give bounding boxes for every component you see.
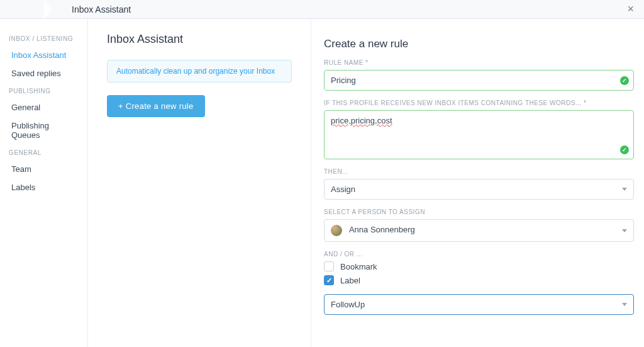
assign-select[interactable]: Anna Sonnenberg [324,219,634,242]
assign-select-value: Anna Sonnenberg [349,225,415,234]
label-label: Label [340,276,360,285]
words-input[interactable]: price,pricing,cost [324,110,634,159]
bookmark-option[interactable]: Bookmark [324,261,634,271]
bookmark-checkbox[interactable] [324,261,334,271]
check-icon [620,76,629,85]
sidebar-section-general: GENERAL [5,144,85,160]
andor-label: AND / OR ... [324,251,634,258]
then-select[interactable]: Assign [324,179,634,200]
words-label: IF THIS PROFILE RECEIVES NEW INBOX ITEMS… [324,100,634,106]
chevron-down-icon [622,188,627,191]
rule-name-label: RULE NAME * [324,59,634,66]
then-select-value: Assign [331,185,355,194]
chevron-down-icon [622,303,627,306]
sidebar-item-team[interactable]: Team [5,160,85,178]
avatar [331,225,342,236]
sidebar-section-inbox: INBOX / LISTENING [5,30,85,46]
then-label: THEN... [324,168,634,175]
label-option[interactable]: Label [324,275,634,285]
chevron-down-icon [622,229,627,232]
topbar: Inbox Assistant × [0,0,644,19]
panel-heading: Inbox Assistant [107,33,292,46]
rule-form: Create a new rule RULE NAME * IF THIS PR… [311,19,644,347]
label-select-value: FollowUp [331,300,365,309]
sidebar-item-saved-replies[interactable]: Saved replies [5,64,85,82]
check-icon [620,145,629,154]
label-checkbox[interactable] [324,275,334,285]
bookmark-label: Bookmark [340,262,377,271]
sidebar-item-publishing-queues[interactable]: Publishing Queues [5,117,85,144]
create-rule-button[interactable]: + Create a new rule [107,95,205,117]
sidebar-item-labels[interactable]: Labels [5,178,85,196]
sidebar: INBOX / LISTENING Inbox Assistant Saved … [0,19,88,347]
rule-name-input[interactable] [324,70,634,91]
label-select[interactable]: FollowUp [324,294,634,315]
close-icon[interactable]: × [627,3,634,16]
form-heading: Create a new rule [324,38,634,50]
sidebar-section-publishing: PUBLISHING [5,82,85,98]
sidebar-item-general[interactable]: General [5,98,85,117]
sidebar-item-inbox-assistant[interactable]: Inbox Assistant [5,46,85,64]
assign-label: SELECT A PERSON TO ASSIGN [324,208,634,215]
rules-panel: Inbox Assistant Automatically clean up a… [88,19,311,347]
page-title: Inbox Assistant [63,4,131,14]
info-banner: Automatically clean up and organize your… [107,60,292,82]
